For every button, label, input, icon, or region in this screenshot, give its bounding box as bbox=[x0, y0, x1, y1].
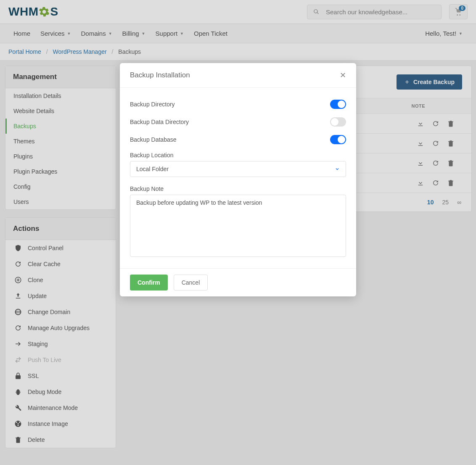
backup-note-input[interactable] bbox=[130, 195, 346, 257]
backup-data-directory-toggle[interactable] bbox=[330, 117, 346, 127]
backup-data-directory-label: Backup Data Directory bbox=[130, 119, 189, 125]
backup-note-label: Backup Note bbox=[130, 182, 346, 195]
backup-directory-label: Backup Directory bbox=[130, 101, 175, 108]
chevron-down-icon bbox=[335, 166, 340, 172]
backup-database-label: Backup Database bbox=[130, 136, 177, 143]
backup-directory-toggle[interactable] bbox=[330, 100, 346, 109]
close-icon[interactable]: ✕ bbox=[340, 71, 346, 80]
modal-overlay[interactable]: Backup Installation ✕ Backup Directory B… bbox=[0, 0, 476, 465]
backup-location-label: Backup Location bbox=[130, 148, 346, 161]
backup-location-select[interactable]: Local Folder bbox=[130, 161, 346, 177]
cancel-button[interactable]: Cancel bbox=[174, 275, 208, 291]
confirm-button[interactable]: Confirm bbox=[130, 275, 168, 291]
backup-database-toggle[interactable] bbox=[330, 135, 346, 144]
backup-modal: Backup Installation ✕ Backup Directory B… bbox=[120, 63, 356, 296]
modal-title: Backup Installation bbox=[130, 71, 190, 79]
